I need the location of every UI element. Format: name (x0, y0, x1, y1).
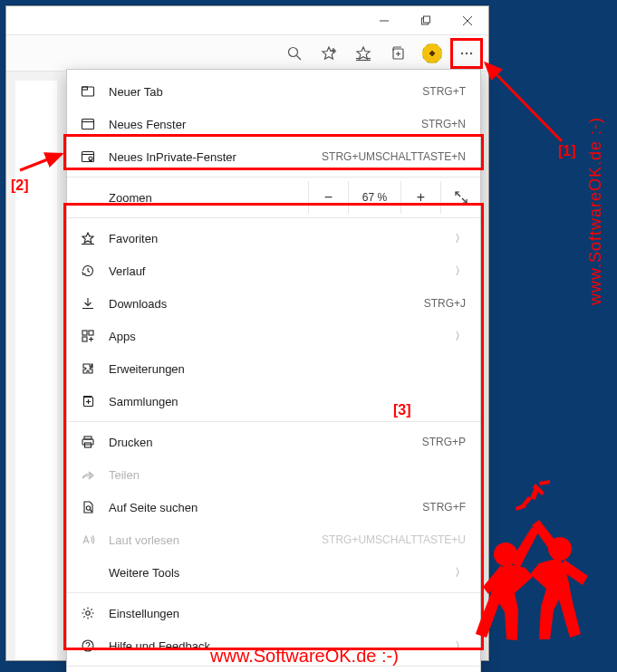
menu-zoom-row: Zoomen − 67 % + (67, 181, 480, 214)
svg-line-46 (486, 63, 562, 141)
menu-new-window[interactable]: Neues Fenster STRG+N (67, 108, 480, 140)
apps-icon (80, 328, 96, 344)
inprivate-icon (80, 149, 96, 165)
menu-shortcut: STRG+F (422, 501, 466, 514)
menu-collections[interactable]: Sammlungen (67, 385, 480, 418)
profile-avatar-icon[interactable] (416, 38, 448, 69)
menu-downloads[interactable]: Downloads STRG+J (67, 287, 480, 320)
menu-print[interactable]: Drucken STRG+P (67, 426, 480, 458)
svg-point-43 (86, 611, 90, 615)
menu-shortcut: STRG+UMSCHALTTASTE+N (322, 150, 466, 163)
zoom-decrease-button[interactable]: − (308, 181, 348, 214)
menu-separator (67, 592, 480, 593)
browser-toolbar (6, 35, 488, 72)
menu-label: Sammlungen (109, 395, 466, 408)
menu-label: Neues InPrivate-Fenster (109, 150, 309, 164)
menu-label: Favoriten (109, 232, 440, 245)
arrow-1 (478, 56, 578, 156)
menu-favorites[interactable]: Favoriten 〉 (67, 222, 480, 254)
download-icon (80, 295, 96, 312)
extensions-icon (80, 360, 96, 377)
menu-settings[interactable]: Einstellungen (67, 597, 480, 629)
find-icon (80, 499, 96, 515)
add-favorite-icon[interactable] (313, 38, 345, 69)
chevron-right-icon: 〉 (453, 264, 466, 279)
menu-history[interactable]: Verlauf 〉 (67, 254, 480, 287)
menu-new-tab[interactable]: Neuer Tab STRG+T (67, 75, 480, 108)
menu-shortcut: STRG+J (424, 297, 466, 310)
favorites-star-icon (80, 230, 96, 246)
read-aloud-icon (80, 532, 96, 548)
menu-label: Erweiterungen (109, 362, 466, 376)
menu-shortcut: STRG+P (422, 436, 466, 448)
menu-inprivate-window[interactable]: Neues InPrivate-Fenster STRG+UMSCHALTTAS… (67, 140, 480, 173)
menu-label: Neuer Tab (109, 85, 410, 99)
menu-shortcut: STRG+N (421, 118, 466, 130)
fullscreen-button[interactable] (440, 181, 480, 214)
watermark-vertical: www.SoftwareOK.de :-) (586, 16, 613, 406)
window-minimize-button[interactable] (363, 6, 405, 34)
menu-label: Apps (109, 330, 440, 343)
svg-rect-30 (82, 331, 87, 335)
menu-extensions[interactable]: Erweiterungen (67, 352, 480, 385)
svg-rect-19 (82, 87, 88, 90)
menu-separator (67, 177, 480, 178)
menu-label: Drucken (109, 436, 410, 449)
svg-rect-2 (424, 16, 430, 23)
chevron-right-icon: 〉 (453, 638, 466, 654)
svg-line-26 (462, 198, 467, 203)
window-maximize-button[interactable] (405, 6, 447, 34)
new-window-icon (80, 116, 96, 132)
settings-more-button[interactable] (450, 38, 483, 69)
svg-rect-20 (82, 120, 94, 130)
menu-find-on-page[interactable]: Auf Seite suchen STRG+F (67, 491, 480, 523)
blank-icon (80, 564, 96, 581)
annotation-2: [2] (11, 178, 29, 194)
chevron-right-icon: 〉 (453, 329, 466, 344)
menu-label: Laut vorlesen (109, 533, 309, 547)
annotation-3: [3] (393, 402, 411, 418)
svg-rect-31 (89, 331, 93, 335)
window-close-button[interactable] (447, 6, 488, 34)
svg-point-48 (494, 542, 517, 566)
menu-label: Auf Seite suchen (109, 501, 410, 514)
share-icon (80, 466, 96, 483)
menu-label: Downloads (109, 297, 411, 311)
svg-rect-39 (82, 439, 93, 445)
menu-label: Einstellungen (109, 607, 466, 620)
zoom-value: 67 % (348, 181, 400, 214)
menu-read-aloud: Laut vorlesen STRG+UMSCHALTTASTE+U (67, 523, 480, 556)
settings-menu: Neuer Tab STRG+T Neues Fenster STRG+N Ne… (66, 69, 481, 672)
help-icon (80, 638, 96, 654)
sidebar-panel (15, 81, 57, 660)
zoom-icon[interactable] (278, 38, 311, 69)
menu-share: Teilen (67, 458, 480, 491)
menu-label: Neues Fenster (109, 118, 409, 131)
svg-point-49 (548, 537, 572, 561)
menu-separator (67, 421, 480, 422)
chevron-right-icon: 〉 (453, 231, 466, 246)
window-titlebar (6, 6, 488, 35)
menu-more-tools[interactable]: Weitere Tools 〉 (67, 556, 480, 589)
svg-point-45 (87, 648, 88, 649)
svg-point-16 (466, 52, 468, 53)
collections-icon[interactable] (381, 38, 414, 69)
menu-separator (67, 217, 480, 218)
zoom-label: Zoomen (109, 191, 308, 205)
menu-label: Teilen (109, 468, 466, 482)
collections-plus-icon (80, 393, 96, 409)
svg-line-42 (90, 510, 92, 512)
svg-point-17 (470, 52, 472, 53)
annotation-1: [1] (558, 143, 576, 159)
svg-line-6 (297, 55, 302, 60)
menu-label: Weitere Tools (109, 566, 440, 580)
menu-shortcut: STRG+T (422, 85, 466, 98)
zoom-increase-button[interactable]: + (400, 181, 440, 214)
gear-icon (80, 605, 96, 621)
svg-point-41 (86, 506, 90, 510)
svg-point-15 (461, 52, 463, 53)
menu-apps[interactable]: Apps 〉 (67, 320, 480, 352)
history-icon (80, 263, 96, 279)
svg-rect-32 (82, 337, 87, 341)
favorites-icon[interactable] (347, 38, 380, 69)
